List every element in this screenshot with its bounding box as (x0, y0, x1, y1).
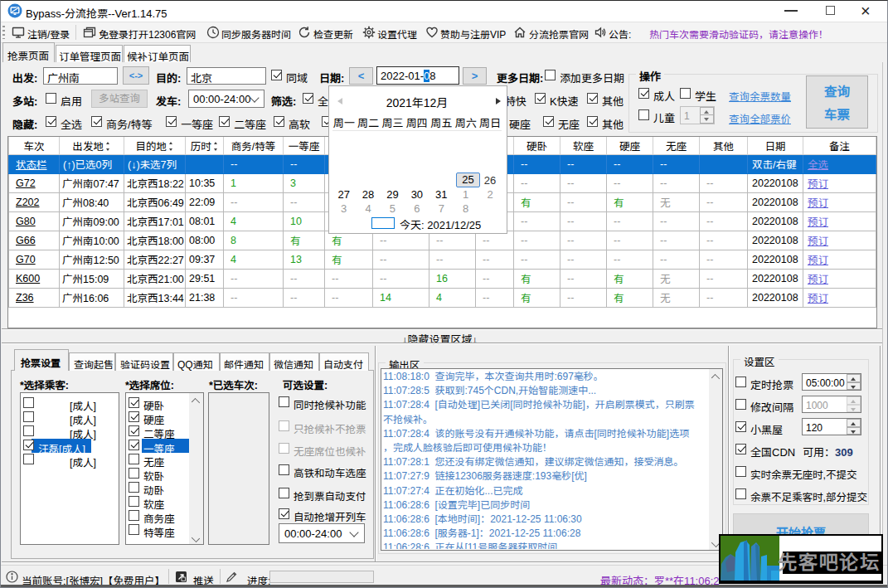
svg-text:先客吧论坛: 先客吧论坛 (778, 547, 879, 575)
